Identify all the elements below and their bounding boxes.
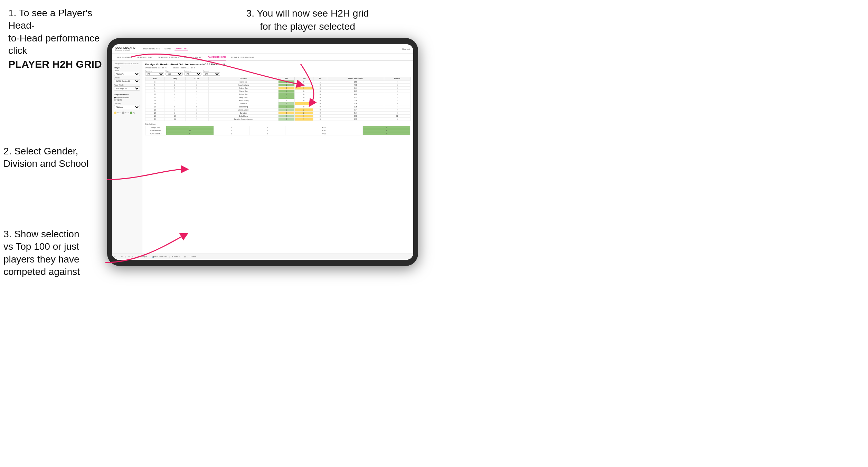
cell-tie: 0 [313, 105, 327, 108]
step3-bottom-text: 3. Show selection vs Top 100 or just pla… [3, 228, 107, 278]
toolbar-separator5: | [188, 256, 188, 258]
sub-nav-team-h2h-heatmap[interactable]: TEAM H2H HEATMAP [158, 54, 179, 60]
table-row: 11 2 5 Heejo Hyun 1 0 0 3.33 3 [145, 96, 411, 99]
cell-loss: 2 [294, 102, 313, 105]
radio-top100[interactable]: Top 100 [114, 99, 140, 101]
region-select[interactable]: (All) [166, 72, 183, 76]
ood-rounds: 10 [363, 132, 411, 135]
sub-nav-team-h2h-grid[interactable]: TEAM H2H GRID [137, 54, 153, 60]
ood-loss: 0 [214, 129, 249, 132]
cell-tie: 1 [313, 80, 327, 84]
cell-tie: 0 [313, 99, 327, 102]
cell-loss: 0 [294, 90, 313, 93]
cell-opponent: Jessica Mason [208, 108, 279, 112]
cell-opponent: Emily Chang [208, 115, 279, 118]
table-row: 16 1 3 Jessica Mason 1 2 0 -0.94 7 [145, 108, 411, 112]
cell-reg: 1 [164, 90, 186, 93]
toolbar-fullscreen[interactable]: ⊞ [184, 256, 186, 258]
cell-win: 0 [279, 112, 294, 115]
table-row: 18 2 2 Euna Lee 0 2 0 -5.00 2 [145, 112, 411, 115]
cell-conf: 1 [185, 80, 208, 84]
toolbar-save-custom[interactable]: 💾 Save Custom View [152, 256, 167, 258]
ood-diff: 7.400 [285, 132, 362, 135]
cell-conf: 5 [185, 105, 208, 108]
ood-table-row: NAIA Division 1 15 0 0 9.267 30 [145, 129, 411, 132]
nav-link-committee[interactable]: COMMITTEE [174, 48, 188, 50]
cell-conf: 3 [185, 108, 208, 112]
sub-nav-player-h2h-heatmap[interactable]: PLAYER H2H HEATMAP [231, 54, 254, 60]
cell-div: 18 [145, 112, 164, 115]
cell-opponent: Sydney Kuo [208, 87, 279, 90]
legend-label-level: Level [125, 112, 129, 114]
ood-loss: 0 [214, 126, 249, 129]
cell-conf: 3 [185, 93, 208, 96]
cell-opponent: Alexis Sudjianto [208, 84, 279, 87]
cell-reg: 3 [164, 87, 186, 90]
cell-rounds: 3 [384, 84, 410, 87]
player-rank-select[interactable]: 8. Katelyn Vo [114, 86, 140, 90]
nav-logo-sub: Powered by clippd [115, 49, 137, 51]
radio-dot-top100 [114, 99, 116, 101]
instruction-step3-top: 3. You will now see H2H grid for the pla… [235, 7, 380, 33]
colour-by-label: Colour by [114, 103, 140, 105]
tablet-screen: SCOREBOARD Powered by clippd TOURNAMENTS… [112, 44, 413, 260]
cell-conf: 2 [185, 84, 208, 87]
cell-diff: 3.33 [327, 96, 384, 99]
sub-nav-team-summary[interactable]: TEAM SUMMARY [115, 54, 132, 60]
grid-title: Katelyn Vo Head-to-Head Grid for Women's… [145, 63, 411, 66]
toolbar-share[interactable]: ↗ Share [190, 256, 196, 258]
col-reg: # Reg [164, 77, 186, 80]
cell-opponent: Federica Domecq Lacroze [208, 118, 279, 121]
cell-reg: 1 [164, 99, 186, 102]
cell-win: 1 [279, 105, 294, 108]
cell-win: 0 [279, 87, 294, 90]
toolbar-view-original[interactable]: View: Original [142, 256, 147, 258]
step1-bold: PLAYER H2H GRID [8, 58, 102, 70]
toolbar-watch[interactable]: 👁 Watch ▾ [172, 256, 180, 258]
cell-div: 3 [145, 80, 164, 84]
opponent-select[interactable]: (All) [203, 72, 220, 76]
cell-reg: 6 [164, 93, 186, 96]
opponents-select[interactable]: (All) [145, 72, 164, 76]
sub-nav-player-h2h-grid[interactable]: PLAYER H2H GRID [208, 54, 226, 60]
gender-select[interactable]: Women's [114, 72, 140, 76]
legend-dot-up [130, 112, 132, 114]
cell-rounds: 2 [384, 112, 410, 115]
table-row: 15 8 5 Stella Cheng 1 0 0 1.25 4 [145, 105, 411, 108]
cell-rounds: 3 [384, 90, 410, 93]
radio-group: Opponents Played Top 100 [114, 97, 140, 101]
division-select[interactable]: NCAA Division III [114, 79, 140, 83]
cell-diff: 1.25 [327, 105, 384, 108]
cell-loss: 1 [294, 115, 313, 118]
cell-reg: 1 [164, 108, 186, 112]
cell-opponent: Stella Cheng [208, 105, 279, 108]
table-row: 5 2 2 Alexis Sudjianto 1 0 0 4.00 3 [145, 84, 411, 87]
radio-opponents-played[interactable]: Opponents Played [114, 97, 140, 98]
sign-out-link[interactable]: Sign out [402, 48, 410, 50]
sub-nav-player-summary[interactable]: PLAYER SUMMARY [184, 54, 203, 60]
cell-rounds: 3 [384, 87, 410, 90]
conference-label: Conference [184, 70, 201, 72]
cell-conf: 6 [185, 115, 208, 118]
conference-select[interactable]: (All) [184, 72, 201, 76]
main-content: Last Updated: 27/03/2024 16:55:38 Player… [112, 61, 413, 260]
cell-diff: 0.30 [327, 115, 384, 118]
nav-link-teams[interactable]: TEAMS [163, 48, 171, 50]
nav-bar: SCOREBOARD Powered by clippd TOURNAMENTS… [112, 44, 413, 54]
out-of-division-label: Out of division [145, 123, 411, 125]
cell-diff: -0.94 [327, 108, 384, 112]
ood-tie: 0 [249, 129, 285, 132]
cell-reg: 2 [164, 112, 186, 115]
nav-link-tournaments[interactable]: TOURNAMENTS [143, 48, 160, 50]
opponent-view-label: Opponent view [114, 94, 140, 96]
col-rounds: Rounds [384, 77, 410, 80]
cell-diff: 1.33 [327, 118, 384, 121]
main-table: # Div # Reg # Conf Opponent Win Loss Tie… [145, 77, 411, 121]
cell-win: 2 [279, 118, 294, 121]
colour-by-select[interactable]: Win/loss [114, 105, 140, 109]
cell-opponent: Esther Lee [208, 80, 279, 84]
cell-tie: 0 [313, 115, 327, 118]
ood-diff: 4.500 [285, 126, 362, 129]
cell-opponent: Jessica Huang [208, 99, 279, 102]
cell-reg: 2 [164, 96, 186, 99]
